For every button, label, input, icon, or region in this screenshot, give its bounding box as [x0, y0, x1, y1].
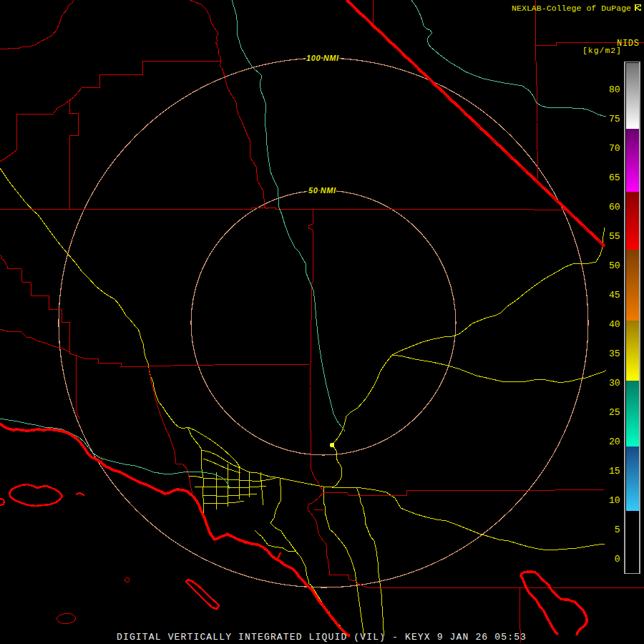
svg-text:10: 10 [609, 495, 620, 506]
svg-text:DIGITAL VERTICALLY INTEGRATED: DIGITAL VERTICALLY INTEGRATED LIQUID (VI… [117, 632, 527, 643]
svg-text:100 NMI: 100 NMI [306, 54, 339, 62]
svg-text:25: 25 [609, 407, 620, 418]
svg-text:40: 40 [609, 319, 620, 330]
svg-text:35: 35 [609, 348, 620, 359]
svg-text:55: 55 [609, 231, 620, 242]
svg-text:0: 0 [615, 554, 620, 565]
svg-text:[kg/m2]: [kg/m2] [582, 46, 621, 55]
svg-text:NEXLAB-College of DuPage: NEXLAB-College of DuPage [512, 4, 631, 13]
svg-text:30: 30 [609, 378, 620, 389]
svg-text:20: 20 [609, 436, 620, 447]
svg-text:50 NMI: 50 NMI [308, 186, 336, 195]
svg-text:15: 15 [609, 466, 620, 477]
svg-text:50: 50 [609, 260, 620, 271]
svg-text:70: 70 [609, 143, 620, 154]
svg-text:75: 75 [609, 114, 620, 125]
svg-text:5: 5 [615, 525, 620, 535]
svg-text:65: 65 [609, 172, 620, 183]
svg-text:80: 80 [609, 84, 620, 95]
svg-text:60: 60 [609, 202, 620, 213]
svg-text:45: 45 [609, 290, 620, 301]
